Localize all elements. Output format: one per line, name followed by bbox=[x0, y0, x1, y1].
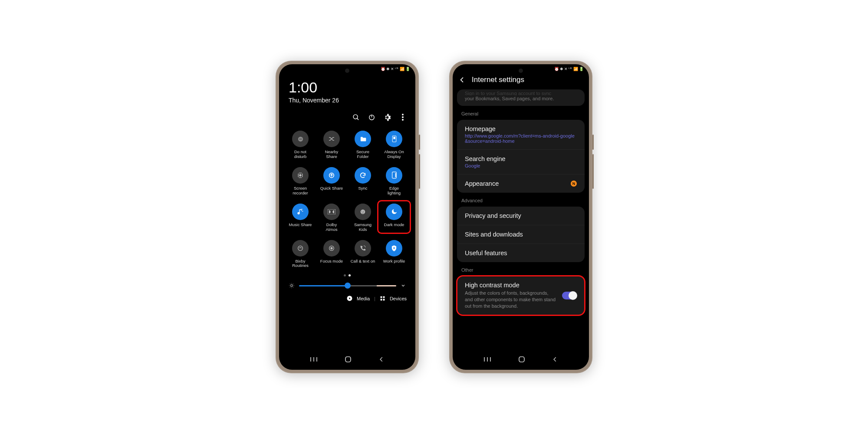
settings-header: Internet settings bbox=[453, 71, 589, 88]
sites-row[interactable]: Sites and downloads bbox=[457, 225, 585, 244]
tile-label: Screen recorder bbox=[293, 186, 308, 196]
sync-icon bbox=[355, 167, 371, 184]
svg-point-25 bbox=[393, 247, 395, 248]
nav-back[interactable] bbox=[378, 356, 385, 362]
homepage-url: http://www.google.com/m?client=ms-androi… bbox=[465, 133, 577, 144]
work-icon bbox=[386, 240, 402, 256]
qs-tile-moon[interactable]: Dark mode bbox=[380, 204, 408, 232]
advanced-card: Privacy and security Sites and downloads… bbox=[457, 207, 585, 262]
callsync-icon bbox=[355, 240, 371, 256]
internet-settings-screen: ⏰ ✱ ✕ ᴸᵀᴱ 📶 🔋 Internet settings Sign in … bbox=[453, 64, 589, 370]
nav-recents[interactable] bbox=[310, 356, 318, 362]
tile-label: Edge lighting bbox=[388, 186, 401, 196]
high-contrast-row[interactable]: High contrast mode Adjust the colors of … bbox=[457, 276, 585, 315]
nav-recents[interactable] bbox=[483, 356, 491, 362]
sun-icon bbox=[289, 283, 295, 289]
qs-tile-music[interactable]: Music Share bbox=[286, 204, 315, 232]
nav-bar bbox=[453, 352, 589, 366]
qs-tile-rec[interactable]: Screen recorder bbox=[286, 167, 315, 196]
moon-icon bbox=[386, 204, 402, 220]
slider-thumb[interactable] bbox=[345, 283, 351, 289]
svg-point-22 bbox=[298, 246, 303, 250]
svg-rect-37 bbox=[381, 296, 382, 298]
homepage-row[interactable]: Homepage http://www.google.com/m?client=… bbox=[457, 120, 585, 150]
qs-tile-folder[interactable]: Secure Folder bbox=[349, 131, 377, 159]
svg-point-24 bbox=[331, 247, 332, 249]
brightness-row bbox=[279, 276, 415, 291]
devices-button[interactable]: Devices bbox=[390, 296, 407, 301]
svg-point-11 bbox=[299, 174, 301, 176]
sync-card[interactable]: Sign in to your Samsung account to sync … bbox=[457, 89, 585, 106]
qs-tile-work[interactable]: Work profile bbox=[380, 240, 408, 269]
chevron-down-icon[interactable] bbox=[401, 283, 406, 288]
svg-rect-39 bbox=[381, 299, 382, 301]
qs-tile-minus[interactable]: Do not disturb bbox=[286, 131, 315, 159]
svg-point-17 bbox=[302, 210, 303, 211]
svg-rect-40 bbox=[383, 299, 385, 301]
qs-tile-sync[interactable]: Sync bbox=[349, 167, 377, 196]
high-contrast-title: High contrast mode bbox=[465, 282, 558, 289]
tile-label: Secure Folder bbox=[356, 150, 369, 159]
nav-home[interactable] bbox=[518, 356, 525, 363]
svg-point-4 bbox=[402, 114, 404, 115]
sync-hint: Sign in to your Samsung account to sync … bbox=[457, 89, 585, 106]
tile-label: Do not disturb bbox=[294, 150, 307, 159]
power-icon[interactable] bbox=[368, 113, 375, 121]
nav-home[interactable] bbox=[345, 356, 352, 363]
privacy-row[interactable]: Privacy and security bbox=[457, 207, 585, 225]
svg-rect-18 bbox=[328, 209, 335, 214]
search-engine-title: Search engine bbox=[465, 155, 506, 162]
svg-point-20 bbox=[362, 210, 362, 211]
svg-line-32 bbox=[293, 287, 294, 288]
back-icon[interactable] bbox=[459, 76, 466, 83]
qs-tile-callsync[interactable]: Call & text on bbox=[349, 240, 377, 269]
high-contrast-toggle[interactable] bbox=[562, 292, 577, 299]
svg-point-19 bbox=[361, 209, 365, 214]
more-icon[interactable] bbox=[399, 113, 407, 121]
search-engine-row[interactable]: Search engine Google bbox=[457, 150, 585, 174]
search-icon[interactable] bbox=[352, 113, 360, 121]
nav-bar bbox=[279, 352, 415, 366]
qs-tile-focus[interactable]: Focus mode bbox=[317, 240, 346, 269]
general-card: Homepage http://www.google.com/m?client=… bbox=[457, 120, 585, 193]
svg-point-5 bbox=[402, 116, 404, 118]
media-button[interactable]: Media bbox=[357, 296, 370, 301]
high-contrast-desc: Adjust the colors of fonts, backgrounds,… bbox=[465, 290, 558, 309]
svg-rect-44 bbox=[345, 357, 351, 362]
folder-icon bbox=[355, 131, 371, 147]
svg-line-31 bbox=[290, 284, 290, 284]
qs-tile-qshare[interactable]: Quick Share bbox=[317, 167, 346, 196]
svg-rect-8 bbox=[299, 138, 302, 139]
privacy-title: Privacy and security bbox=[465, 212, 521, 219]
clock-time: 1:00 bbox=[289, 79, 406, 96]
tile-label: Quick Share bbox=[320, 186, 343, 191]
tile-label: Bixby Routines bbox=[292, 259, 309, 269]
tile-label: Call & text on bbox=[351, 259, 375, 264]
qs-tile-shuffle[interactable]: Nearby Share bbox=[317, 131, 346, 159]
qs-tile-bixby[interactable]: Bixby Routines bbox=[286, 240, 315, 269]
useful-row[interactable]: Useful features bbox=[457, 244, 585, 262]
sites-title: Sites and downloads bbox=[465, 231, 523, 238]
page-title: Internet settings bbox=[472, 76, 524, 84]
appearance-row[interactable]: Appearance N bbox=[457, 174, 585, 193]
clock-date: Thu, November 26 bbox=[289, 97, 406, 104]
svg-rect-10 bbox=[393, 137, 395, 139]
section-general: General bbox=[453, 108, 589, 118]
qs-tile-edge[interactable]: Edge lighting bbox=[380, 167, 408, 196]
settings-icon[interactable] bbox=[383, 113, 391, 121]
qs-tile-aod[interactable]: Always On Display bbox=[380, 131, 408, 159]
tile-label: Focus mode bbox=[320, 259, 343, 264]
svg-point-26 bbox=[291, 285, 293, 287]
qs-tile-dolby[interactable]: Dolby Atmos bbox=[317, 204, 346, 232]
qshare-icon bbox=[323, 167, 340, 184]
phone-side-button bbox=[419, 135, 420, 150]
svg-line-33 bbox=[290, 287, 290, 288]
settings-scroll[interactable]: Sign in to your Samsung account to sync … bbox=[453, 88, 589, 354]
nav-back[interactable] bbox=[552, 356, 558, 362]
tile-label: Dark mode bbox=[384, 223, 404, 227]
qs-tile-kids[interactable]: Samsung Kids bbox=[349, 204, 377, 232]
tile-label: Samsung Kids bbox=[354, 223, 372, 232]
brightness-slider[interactable] bbox=[299, 285, 396, 286]
tile-label: Always On Display bbox=[384, 150, 404, 159]
phone-volume-button bbox=[592, 154, 594, 189]
